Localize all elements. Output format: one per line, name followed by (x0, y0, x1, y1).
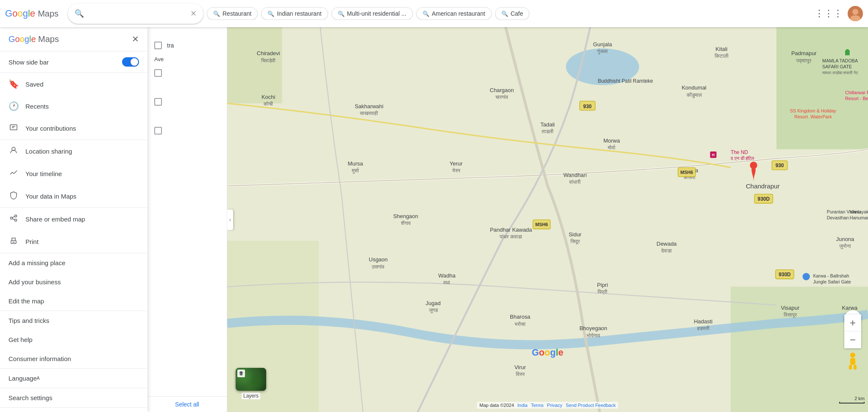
svg-text:Resort - Best Villa In...: Resort - Best Villa In... (845, 96, 868, 101)
list-spacer (147, 81, 227, 94)
sidebar-link-edit-map[interactable]: Edit the map (0, 291, 147, 311)
attribution-privacy[interactable]: Privacy (547, 403, 562, 408)
svg-text:Usgaon: Usgaon (369, 256, 388, 263)
logo-text: Google Maps (5, 8, 58, 19)
show-sidebar-toggle[interactable] (122, 57, 139, 67)
svg-text:उसगांव: उसगांव (371, 264, 385, 270)
svg-line-11 (13, 217, 15, 218)
svg-text:930D: 930D (758, 196, 770, 202)
svg-rect-16 (227, 27, 282, 104)
svg-line-10 (13, 219, 15, 220)
checkbox-0[interactable] (154, 42, 162, 49)
list-panel-item-0[interactable]: tra (147, 37, 227, 53)
list-panel-item-1[interactable] (147, 65, 227, 81)
svg-text:Padmapur: Padmapur (791, 50, 817, 56)
svg-text:मुर्सा: मुर्सा (351, 168, 359, 174)
svg-text:किटाली: किटाली (714, 53, 729, 59)
svg-point-1 (852, 9, 858, 15)
list-panel-item-2[interactable] (147, 94, 227, 110)
svg-text:जुनोना: जुनोना (839, 243, 851, 249)
user-avatar[interactable] (848, 6, 863, 21)
checkbox-3[interactable] (154, 127, 162, 135)
clear-icon[interactable]: ✕ (190, 9, 197, 18)
svg-text:Bharosa: Bharosa (510, 314, 531, 320)
layers-button[interactable]: Layers (236, 368, 266, 399)
svg-text:Junona: Junona (836, 236, 854, 242)
sidebar-link-consumer-info[interactable]: Consumer information (0, 349, 147, 368)
chip-restaurant[interactable]: 🔍 Restaurant (207, 7, 258, 20)
zoom-out-button[interactable]: − (844, 331, 861, 348)
chip-american-restaurant[interactable]: 🔍 American restaurant (416, 7, 492, 20)
search-icon: 🔍 (75, 9, 84, 18)
sidebar-item-location-sharing[interactable]: Location sharing (0, 140, 147, 163)
layers-label: Layers (242, 392, 260, 399)
pegman-button[interactable] (844, 353, 861, 370)
top-right: ⋮⋮⋮ (815, 6, 863, 21)
sidebar-item-share-embed[interactable]: Share or embed map (0, 208, 147, 230)
svg-text:MAMLA TADOBA: MAMLA TADOBA (822, 58, 858, 63)
share-embed-label: Share or embed map (25, 216, 85, 223)
scale-bar (839, 402, 865, 404)
svg-text:जुगड: जुगड (428, 307, 438, 314)
svg-text:Morwa: Morwa (604, 137, 620, 144)
search-box[interactable]: 🔍 ✕ (68, 3, 203, 24)
sidebar-item-timeline[interactable]: Your timeline (0, 163, 147, 185)
sidebar-section-1: 🔖 Saved 🕐 Recents Your contributions (0, 73, 147, 140)
map-area: ‹ (227, 27, 868, 412)
map-collapse-handle[interactable]: ‹ (227, 210, 233, 230)
svg-text:शेंगाव: शेंगाव (401, 220, 411, 226)
svg-text:चारगांव: चारगांव (495, 94, 509, 100)
attribution-feedback[interactable]: Send Product Feedback (566, 403, 616, 408)
sidebar-link-maps-activity[interactable]: Maps activity (0, 408, 147, 412)
attribution-india[interactable]: India (517, 403, 528, 408)
chip-label-0: Restaurant (223, 10, 251, 17)
data-in-maps-label: Your data in Maps (25, 193, 76, 200)
svg-text:ताडली: ताडली (541, 129, 554, 135)
svg-text:Wandhari: Wandhari (563, 172, 587, 178)
attribution-terms[interactable]: Terms (531, 403, 544, 408)
svg-text:Mursa: Mursa (348, 160, 363, 167)
svg-text:Pandhar Kawada: Pandhar Kawada (490, 227, 532, 233)
sidebar-link-get-help[interactable]: Get help (0, 330, 147, 349)
checkbox-2[interactable] (154, 98, 162, 106)
timeline-icon (8, 168, 19, 179)
svg-text:Chandrapur: Chandrapur (746, 182, 780, 190)
sidebar-item-language[interactable]: LanguageA (0, 369, 147, 388)
svg-text:Chillarwar Farm's &: Chillarwar Farm's & (845, 90, 868, 95)
sidebar-item-saved[interactable]: 🔖 Saved (0, 73, 147, 95)
sidebar-link-search-settings[interactable]: Search settings (0, 388, 147, 407)
sidebar-item-print[interactable]: Print (0, 230, 147, 253)
sidebar-link-add-business[interactable]: Add your business (0, 272, 147, 291)
svg-text:Yerur: Yerur (450, 160, 463, 167)
svg-point-9 (15, 219, 17, 221)
sidebar-section-7: Search settings (0, 388, 147, 408)
contributions-label: Your contributions (25, 125, 76, 132)
list-panel-item-3[interactable] (147, 123, 227, 139)
sidebar-link-add-missing-place[interactable]: Add a missing place (0, 253, 147, 272)
contributions-icon (8, 123, 19, 134)
svg-text:Tadali: Tadali (540, 121, 555, 128)
sidebar-logo: Google Maps (8, 34, 59, 44)
sidebar-link-tips[interactable]: Tips and tricks (0, 311, 147, 330)
sidebar-item-data-in-maps[interactable]: Your data in Maps (0, 185, 147, 207)
search-input[interactable] (88, 10, 186, 17)
select-all-button[interactable]: Select all (147, 396, 227, 412)
chip-indian-restaurant[interactable]: 🔍 Indian restaurant (261, 7, 328, 20)
zoom-in-button[interactable]: + (844, 314, 861, 331)
svg-text:विरुर: विरुर (515, 371, 525, 377)
chip-multi-unit[interactable]: 🔍 Multi-unit residential ... (331, 7, 413, 20)
list-spacer-2 (147, 110, 227, 123)
layers-icon (237, 370, 245, 377)
sidebar-close-button[interactable]: ✕ (132, 34, 139, 44)
checkbox-1[interactable] (154, 69, 162, 77)
sidebar-item-recents[interactable]: 🕐 Recents (0, 95, 147, 117)
list-panel: tra Ave Select all (147, 27, 227, 412)
svg-text:भरोसा: भरोसा (515, 321, 526, 327)
apps-grid-icon[interactable]: ⋮⋮⋮ (815, 8, 843, 19)
chip-cafe[interactable]: 🔍 Cafe (495, 7, 530, 20)
svg-text:Virur: Virur (515, 364, 526, 370)
svg-text:930D: 930D (779, 272, 791, 277)
top-bar: Google Maps 🔍 ✕ 🔍 Restaurant 🔍 Indian re… (0, 0, 868, 27)
sidebar-item-contributions[interactable]: Your contributions (0, 117, 147, 140)
svg-text:930: 930 (776, 163, 784, 168)
